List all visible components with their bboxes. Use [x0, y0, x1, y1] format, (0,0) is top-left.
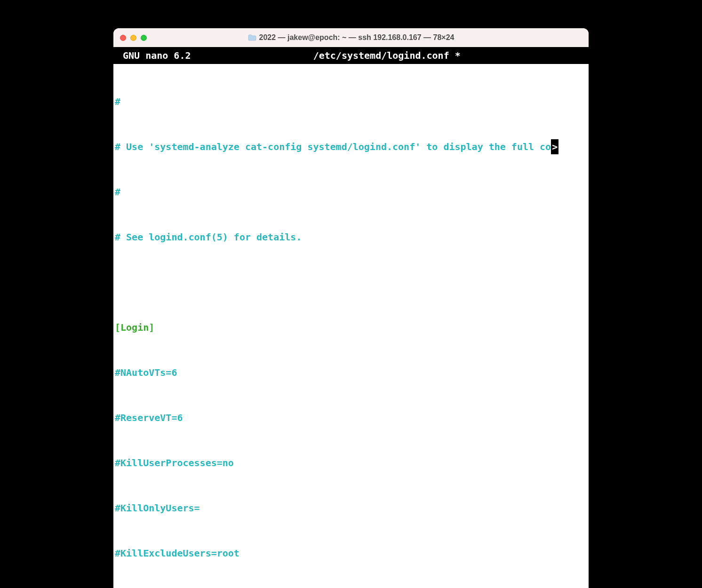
terminal-body[interactable]: GNU nano 6.2 /etc/systemd/logind.conf * … [113, 47, 589, 588]
file-line: #ReserveVT=6 [115, 410, 183, 425]
minimize-icon[interactable] [130, 35, 136, 41]
nano-file-name: /etc/systemd/logind.conf * [191, 48, 583, 63]
terminal-window: 2022 — jakew@epoch: ~ — ssh 192.168.0.16… [113, 28, 589, 588]
file-line: #KillOnlyUsers= [115, 501, 200, 516]
close-icon[interactable] [120, 35, 126, 41]
traffic-lights [120, 35, 147, 41]
file-line: #KillUserProcesses=no [115, 455, 234, 470]
nano-app-name: GNU nano 6.2 [123, 48, 191, 63]
file-line: # See logind.conf(5) for details. [115, 230, 302, 245]
file-line: # [115, 94, 120, 109]
window-titlebar: 2022 — jakew@epoch: ~ — ssh 192.168.0.16… [113, 28, 589, 47]
file-line: #NAutoVTs=6 [115, 365, 177, 380]
zoom-icon[interactable] [141, 35, 147, 41]
line-truncation-icon: > [551, 139, 558, 154]
file-line: # Use 'systemd-analyze cat-config system… [115, 139, 551, 154]
file-line-section: [Login] [115, 320, 154, 335]
title-text-wrap: 2022 — jakew@epoch: ~ — ssh 192.168.0.16… [113, 33, 589, 42]
file-content[interactable]: # # Use 'systemd-analyze cat-config syst… [113, 64, 589, 588]
folder-icon [248, 34, 256, 41]
nano-header: GNU nano 6.2 /etc/systemd/logind.conf * [113, 47, 589, 64]
file-line: # [115, 184, 120, 199]
file-line: #KillExcludeUsers=root [115, 546, 239, 561]
window-title: 2022 — jakew@epoch: ~ — ssh 192.168.0.16… [259, 33, 455, 42]
